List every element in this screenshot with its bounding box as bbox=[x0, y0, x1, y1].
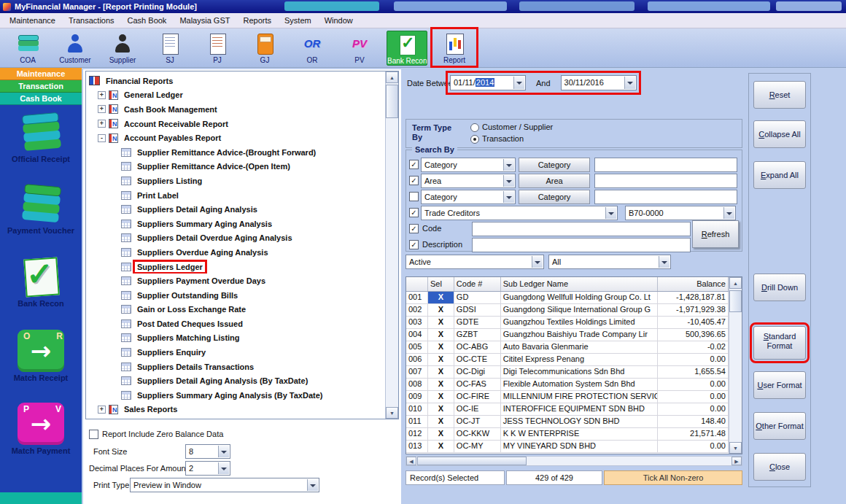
search-value-field[interactable] bbox=[594, 174, 737, 188]
menu-item-cash-book[interactable]: Cash Book bbox=[121, 14, 174, 27]
tick-all-nonzero-button[interactable]: Tick All Non-zero bbox=[604, 470, 742, 485]
table-row-oc-fire[interactable]: 009XOC-FIREMILLENNIUM FIRE PROTECTION SE… bbox=[406, 391, 729, 403]
expand-icon[interactable]: + bbox=[98, 105, 106, 113]
checkbox-checked[interactable]: ✓ bbox=[409, 240, 419, 249]
scroll-up-icon[interactable]: ▲ bbox=[386, 71, 398, 83]
collapse-all-button[interactable]: Collapse All bbox=[753, 120, 806, 148]
chevron-down-icon[interactable] bbox=[218, 446, 229, 457]
search-button-category[interactable]: Category bbox=[519, 158, 590, 172]
scroll-up-icon[interactable]: ▲ bbox=[729, 277, 742, 289]
tree-scrollbar[interactable]: ▲ ▼ bbox=[385, 71, 398, 419]
scroll-right-icon[interactable]: ▶ bbox=[731, 457, 742, 465]
tree-item-sales-reports[interactable]: +Sales Reports bbox=[88, 403, 383, 417]
tree-item-suppliers-ledger[interactable]: Suppliers Ledger bbox=[88, 260, 383, 274]
sel-cell[interactable]: X bbox=[428, 441, 454, 453]
status-filter-combo[interactable]: Active bbox=[405, 255, 544, 269]
column-header-sel[interactable]: Sel bbox=[428, 277, 454, 291]
column-header-row-number[interactable] bbox=[406, 277, 428, 291]
decimal-places-combo[interactable]: 2 bbox=[185, 461, 230, 476]
tree-item-suppliers-detail-aging-analysis[interactable]: Suppliers Detail Aging Analysis bbox=[88, 202, 383, 217]
tree-item-suppliers-detail-overdue-aging-analysis[interactable]: Suppliers Detail Overdue Aging Analysis bbox=[88, 231, 383, 246]
table-row-gd[interactable]: 001XGDGuangdong Wellfull Holding Group C… bbox=[406, 292, 729, 304]
search-button-category[interactable]: Category bbox=[519, 190, 590, 204]
tree-item-supplier-outstanding-bills[interactable]: Supplier Outstanding Bills bbox=[88, 288, 383, 303]
menu-item-window[interactable]: Window bbox=[318, 14, 360, 27]
sidebar-shortcut-official-receipt[interactable]: Official Receipt bbox=[0, 111, 82, 163]
chevron-down-icon[interactable] bbox=[513, 77, 524, 89]
search-combo-category[interactable]: Category bbox=[421, 190, 516, 204]
close-button[interactable]: Close bbox=[753, 453, 806, 481]
toolbar-button-gj[interactable]: GJ bbox=[244, 31, 285, 64]
column-header-sub-ledger-name[interactable]: Sub Ledger Name bbox=[501, 277, 658, 291]
radio-transaction[interactable] bbox=[470, 135, 479, 144]
drill-down-button[interactable]: Drill Down bbox=[753, 274, 806, 301]
tree-item-general-ledger[interactable]: +General Ledger bbox=[88, 88, 383, 103]
table-row-oc-cte[interactable]: 006XOC-CTECititel Express Penang0.00 bbox=[406, 354, 729, 366]
menu-item-reports[interactable]: Reports bbox=[236, 14, 278, 27]
sidebar-shortcut-match-receipt[interactable]: Match Receipt bbox=[0, 330, 82, 382]
sidebar-shortcut-bank-recon[interactable]: Bank Recon bbox=[0, 255, 82, 308]
scrollbar-thumb[interactable] bbox=[386, 85, 398, 118]
chevron-down-icon[interactable] bbox=[605, 207, 616, 219]
table-row-gdte[interactable]: 003XGDTEGuangzhou Textiles Holdings Limi… bbox=[406, 317, 729, 329]
search-combo-trade-creditors[interactable]: Trade Creditors bbox=[421, 206, 618, 220]
search-value-field[interactable] bbox=[594, 190, 737, 204]
radio-customer-supplier[interactable] bbox=[470, 123, 479, 132]
checkbox-checked[interactable]: ✓ bbox=[409, 224, 419, 233]
sel-cell[interactable]: X bbox=[428, 416, 454, 428]
scope-filter-combo[interactable]: All bbox=[548, 255, 671, 269]
table-row-oc-ie[interactable]: 010XOC-IEINTEROFFICE EQUIPMENT SDN BHD0.… bbox=[406, 403, 729, 416]
search-combo-category[interactable]: Category bbox=[421, 158, 516, 172]
search-combo-b70-0000[interactable]: B70-0000 bbox=[625, 206, 736, 220]
table-row-oc-abg[interactable]: 005XOC-ABGAuto Bavaria Glenmarie-0.02 bbox=[406, 341, 729, 354]
chevron-down-icon[interactable] bbox=[624, 77, 635, 89]
tree-item-supplier-remittance-advice-open-item[interactable]: Supplier Remittance Advice-(Open Item) bbox=[88, 160, 383, 174]
tree-item-suppliers-summary-aging-analysis-by-taxdate[interactable]: Suppliers Summary Aging Analysis (By Tax… bbox=[88, 388, 383, 403]
table-row-gdsi[interactable]: 002XGDSIGuangdong Silique International … bbox=[406, 304, 729, 317]
tree-item-cash-book-management[interactable]: +Cash Book Management bbox=[88, 102, 383, 117]
menu-item-maintenance[interactable]: Maintenance bbox=[3, 14, 62, 27]
tree-item-account-payables-report[interactable]: -Account Payables Report bbox=[88, 131, 383, 145]
chevron-down-icon[interactable] bbox=[723, 207, 734, 219]
sidebar-section-transaction[interactable]: Transaction bbox=[0, 80, 82, 93]
sel-cell[interactable]: X bbox=[428, 428, 454, 441]
toolbar-button-or[interactable]: OR bbox=[292, 31, 333, 64]
table-row-oc-kkw[interactable]: 012XOC-KKWK K W ENTERPRISE21,571.48 bbox=[406, 428, 729, 441]
chevron-down-icon[interactable] bbox=[503, 175, 514, 187]
sel-cell[interactable]: X bbox=[428, 366, 454, 379]
menu-item-transactions[interactable]: Transactions bbox=[62, 14, 121, 27]
user-format-button[interactable]: User Format bbox=[753, 371, 806, 399]
menu-item-system[interactable]: System bbox=[278, 14, 318, 27]
toolbar-button-coa[interactable]: COA bbox=[7, 31, 48, 64]
sel-cell[interactable]: X bbox=[428, 329, 454, 341]
reset-button[interactable]: Reset bbox=[753, 81, 806, 109]
table-row-oc-digi[interactable]: 007XOC-DigiDigi Telecommunications Sdn B… bbox=[406, 366, 729, 379]
description-field[interactable] bbox=[472, 238, 691, 252]
toolbar-button-sj[interactable]: SJ bbox=[150, 31, 190, 64]
tree-item-post-dated-cheques-issued[interactable]: Post Dated Cheques Issued bbox=[88, 317, 383, 331]
search-button-area[interactable]: Area bbox=[519, 174, 590, 188]
date-to-combo[interactable]: 30/11/2016 bbox=[561, 75, 637, 90]
sel-cell[interactable]: X bbox=[428, 403, 454, 416]
checkbox-checked[interactable]: ✓ bbox=[409, 208, 419, 217]
font-size-combo[interactable]: 8 bbox=[185, 444, 230, 459]
scrollbar-thumb[interactable] bbox=[729, 290, 742, 312]
standard-format-button[interactable]: Standard Format bbox=[753, 326, 806, 360]
tree-item-suppliers-listing[interactable]: Suppliers Listing bbox=[88, 174, 383, 188]
sidebar-shortcut-payment-voucher[interactable]: Payment Voucher bbox=[0, 182, 82, 235]
refresh-button[interactable]: Refresh bbox=[692, 220, 739, 248]
scrollbar-thumb[interactable] bbox=[417, 457, 527, 465]
table-row-oc-jt[interactable]: 011XOC-JTJESS TECHNOLOGY SDN BHD148.40 bbox=[406, 416, 729, 428]
tree-item-suppliers-matching-listing[interactable]: Suppliers Matching Listing bbox=[88, 331, 383, 346]
sidebar-shortcut-match-payment[interactable]: Match Payment bbox=[0, 403, 82, 455]
sel-cell[interactable]: X bbox=[428, 304, 454, 317]
tree-item-suppliers-summary-aging-analysis[interactable]: Suppliers Summary Aging Analysis bbox=[88, 217, 383, 231]
sel-cell[interactable]: X bbox=[428, 354, 454, 366]
toolbar-button-bank-recon[interactable]: Bank Recon bbox=[387, 31, 427, 66]
search-value-field[interactable] bbox=[594, 158, 737, 172]
chevron-down-icon[interactable] bbox=[532, 256, 543, 268]
table-row-gzbt[interactable]: 004XGZBTGuangzhou Baishiyu Trade Company… bbox=[406, 329, 729, 341]
expand-icon[interactable]: + bbox=[98, 91, 106, 99]
tree-item-suppliers-payment-overdue-days[interactable]: Suppliers Payment Overdue Days bbox=[88, 274, 383, 288]
column-header-code[interactable]: Code # bbox=[454, 277, 501, 291]
